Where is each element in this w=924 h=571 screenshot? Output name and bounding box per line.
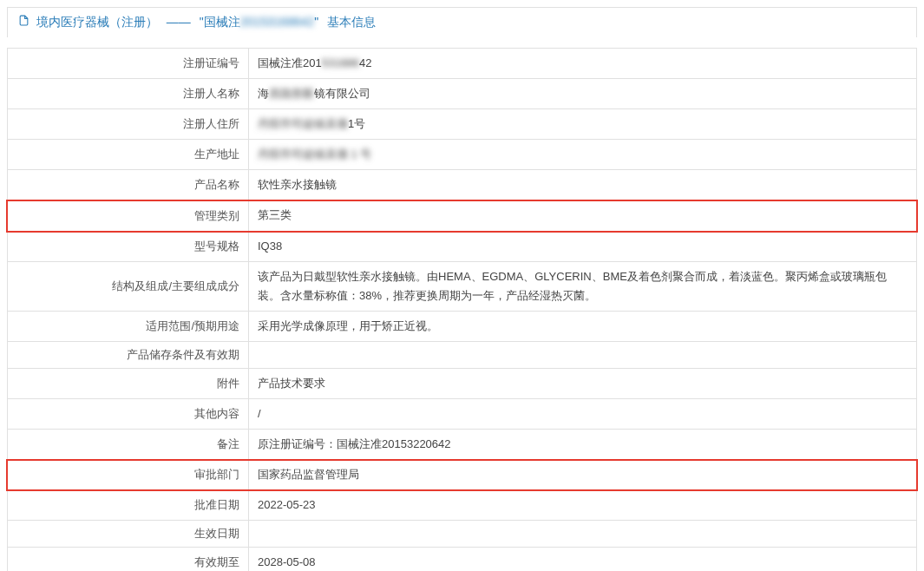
page-header: 境内医疗器械（注册） —— "国械注20153168642" 基本信息 — [7, 7, 917, 37]
row-value — [249, 342, 916, 368]
obscured-text: 531686 — [322, 54, 359, 73]
header-quoted-suffix: " — [314, 15, 318, 29]
table-row: 生产地址丹阳市司徒镇吴塘 1 号 — [7, 140, 917, 170]
table-row: 生效日期 — [7, 521, 917, 548]
header-quoted-prefix: "国械注 — [200, 15, 240, 29]
table-row: 产品名称软性亲水接触镜 — [7, 170, 917, 200]
row-value: 该产品为日戴型软性亲水接触镜。由HEMA、EGDMA、GLYCERIN、BME及… — [249, 262, 916, 311]
table-row: 有效期至2028-05-08 — [7, 548, 917, 571]
table-row: 结构及组成/主要组成成分该产品为日戴型软性亲水接触镜。由HEMA、EGDMA、G… — [7, 262, 917, 312]
row-label: 结构及组成/主要组成成分 — [8, 262, 249, 311]
row-value: 国家药品监督管理局 — [249, 460, 916, 489]
row-value: 2022-05-23 — [249, 490, 916, 520]
info-table: 注册证编号国械注准20153168642注册人名称海昌隐形眼镜有限公司注册人住所… — [7, 48, 917, 571]
row-label: 管理类别 — [8, 200, 249, 230]
row-label: 生效日期 — [8, 521, 249, 547]
row-value: 丹阳市司徒镇吴塘 1 号 — [249, 140, 916, 169]
row-value — [249, 521, 916, 547]
row-value: IQ38 — [249, 232, 916, 261]
table-row: 其他内容/ — [7, 399, 917, 430]
row-label: 备注 — [8, 430, 249, 459]
table-row: 批准日期2022-05-23 — [7, 490, 917, 521]
table-row: 产品储存条件及有效期 — [7, 342, 917, 369]
header-category[interactable]: 境内医疗器械（注册） — [36, 15, 158, 29]
table-row: 附件产品技术要求 — [7, 369, 917, 399]
row-value: 丹阳市司徒镇吴塘1号 — [249, 109, 916, 139]
row-value: 软性亲水接触镜 — [249, 170, 916, 200]
row-value: 产品技术要求 — [249, 369, 916, 398]
row-value: 海昌隐形眼镜有限公司 — [249, 79, 916, 108]
obscured-text: 昌隐形眼 — [269, 84, 314, 103]
row-value: 采用光学成像原理，用于矫正近视。 — [249, 312, 916, 341]
obscured-text: 丹阳市司徒镇吴塘 1 号 — [258, 145, 371, 164]
row-value: 2028-05-08 — [249, 548, 916, 571]
row-label: 产品储存条件及有效期 — [8, 342, 249, 368]
row-label: 适用范围/预期用途 — [8, 312, 249, 341]
table-row: 型号规格IQ38 — [7, 232, 917, 262]
header-tail: 基本信息 — [327, 15, 376, 29]
row-label: 注册证编号 — [8, 49, 249, 78]
obscured-text: 丹阳市司徒镇吴塘 — [258, 115, 348, 134]
row-label: 附件 — [8, 369, 249, 398]
row-value: 第三类 — [249, 200, 916, 230]
row-label: 注册人住所 — [8, 109, 249, 139]
row-label: 审批部门 — [8, 460, 249, 489]
row-value: 国械注准20153168642 — [249, 49, 916, 78]
table-row: 注册人住所丹阳市司徒镇吴塘1号 — [7, 109, 917, 140]
table-row: 注册人名称海昌隐形眼镜有限公司 — [7, 79, 917, 109]
row-label: 注册人名称 — [8, 79, 249, 108]
row-label: 其他内容 — [8, 399, 249, 429]
row-label: 型号规格 — [8, 232, 249, 261]
row-value: 原注册证编号：国械注准20153220642 — [249, 430, 916, 459]
document-icon — [18, 15, 33, 29]
table-row: 备注原注册证编号：国械注准20153220642 — [7, 430, 917, 460]
table-row: 适用范围/预期用途采用光学成像原理，用于矫正近视。 — [7, 312, 917, 342]
row-label: 批准日期 — [8, 490, 249, 520]
row-label: 有效期至 — [8, 548, 249, 571]
table-row: 管理类别第三类 — [7, 200, 917, 231]
row-value: / — [249, 399, 916, 429]
table-row: 审批部门国家药品监督管理局 — [7, 460, 917, 490]
row-label: 生产地址 — [8, 140, 249, 169]
header-separator: —— — [167, 15, 191, 29]
table-row: 注册证编号国械注准20153168642 — [7, 49, 917, 79]
row-label: 产品名称 — [8, 170, 249, 200]
header-obscured-id: 20153168642 — [240, 15, 315, 29]
